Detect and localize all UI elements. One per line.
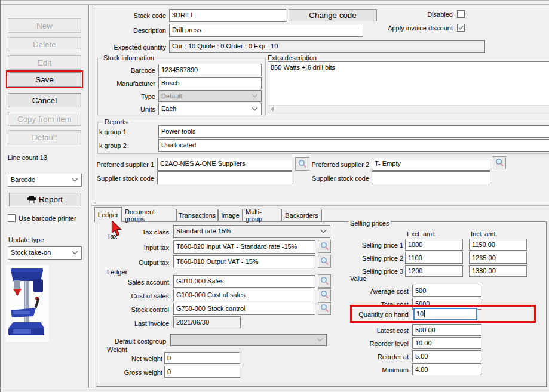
selling-prices-title: Selling prices — [348, 220, 391, 227]
gross-weight-input[interactable]: 0 — [164, 366, 240, 378]
check-icon — [458, 25, 464, 30]
stock-code-input[interactable]: 3DRILL — [169, 9, 286, 22]
supplier-1-search-button[interactable] — [295, 157, 309, 171]
search-icon — [320, 242, 329, 251]
default-costgroup-select — [170, 334, 327, 346]
stock-control-label: Stock control — [116, 306, 169, 313]
k-group-1-field[interactable]: Power tools — [158, 125, 549, 138]
selling-price-3-label: Selling price 3 — [346, 268, 403, 275]
supplier-stock-code-1-field[interactable] — [157, 171, 292, 184]
barcode-label: Barcode — [108, 67, 155, 74]
selling-price-3-excl-input[interactable]: 1200 — [405, 265, 463, 277]
minimum-input[interactable]: 4.00 — [412, 363, 481, 375]
disabled-label: Disabled — [412, 11, 453, 18]
change-code-button[interactable]: Change code — [289, 9, 377, 21]
extra-description-hscrollbar[interactable] — [268, 105, 549, 113]
latest-cost-label: Latest cost — [335, 327, 409, 334]
chevron-down-icon — [252, 92, 258, 98]
manufacturer-label: Manufacturer — [100, 80, 155, 87]
k-group-2-label: k group 2 — [99, 142, 127, 149]
output-tax-field[interactable]: T860-010 Output VAT - 15% — [173, 255, 315, 268]
save-button[interactable]: Save — [8, 72, 81, 87]
reorder-at-input[interactable]: 5.00 — [412, 350, 481, 362]
expected-quantity-label: Expected quantity — [96, 44, 166, 51]
type-label: Type — [108, 93, 155, 100]
edit-button[interactable]: Edit — [8, 55, 81, 70]
reorder-level-input[interactable]: 10.00 — [412, 337, 481, 349]
input-tax-search-button[interactable] — [318, 240, 331, 253]
latest-cost-input[interactable]: 500.00 — [412, 324, 481, 336]
search-icon — [320, 276, 329, 286]
tab-document-groups[interactable]: Document groups — [122, 209, 176, 221]
supplier-2-search-button[interactable] — [493, 156, 506, 169]
tab-multi-group[interactable]: Multi-group — [243, 209, 281, 221]
update-type-label: Update type — [8, 236, 44, 243]
search-icon — [320, 257, 329, 266]
quantity-on-hand-input[interactable]: 10 — [413, 308, 477, 320]
tab-transactions[interactable]: Transactions — [176, 209, 218, 221]
minimum-label: Minimum — [335, 366, 409, 374]
selling-price-2-excl-input[interactable]: 1100 — [405, 252, 463, 264]
description-input[interactable]: Drill press — [169, 24, 363, 37]
tab-backorders[interactable]: Backorders — [281, 209, 322, 221]
search-icon — [320, 290, 329, 300]
cost-of-sales-field[interactable]: G100-000 Cost of sales — [173, 289, 315, 301]
type-select: Default — [158, 90, 262, 102]
quantity-on-hand-value: 10 — [416, 310, 424, 317]
tab-ledger[interactable]: Ledger — [94, 207, 122, 222]
barcode-report-select[interactable]: Barcode — [8, 174, 82, 187]
sales-account-search-button[interactable] — [318, 274, 331, 288]
sales-account-field[interactable]: G010-000 Sales — [173, 275, 315, 288]
sidebar-separator-2 — [91, 5, 91, 388]
product-image — [6, 265, 49, 342]
search-icon — [320, 304, 329, 313]
scroll-left-icon[interactable] — [268, 106, 276, 113]
preferred-supplier-1-field[interactable]: C2AO-NES A-ONE Suppliers — [157, 158, 292, 171]
selling-price-2-label: Selling price 2 — [346, 255, 403, 262]
update-type-select[interactable]: Stock take-on — [8, 246, 82, 260]
net-weight-input[interactable]: 0 — [164, 352, 240, 364]
reports-title: Reports — [103, 118, 130, 125]
supplier-stock-code-2-field[interactable] — [372, 171, 490, 184]
output-tax-search-button[interactable] — [318, 255, 331, 268]
description-label: Description — [102, 27, 166, 34]
barcode-input[interactable]: 1234567890 — [158, 64, 262, 76]
average-cost-input[interactable]: 500 — [412, 285, 481, 297]
apply-invoice-discount-checkbox[interactable] — [457, 24, 465, 32]
selling-price-3-incl-input[interactable]: 1380.00 — [469, 265, 527, 277]
k-group-1-label: k group 1 — [99, 128, 127, 135]
use-barcode-printer-checkbox[interactable] — [8, 214, 16, 222]
copy-from-item-button[interactable]: Copy from item — [8, 112, 81, 126]
cost-of-sales-label: Cost of sales — [116, 292, 169, 300]
preferred-supplier-2-field[interactable]: T- Empty — [372, 158, 490, 171]
cancel-button[interactable]: Cancel — [8, 93, 81, 107]
input-tax-field[interactable]: T860-020 Input VAT - Standard rate -15% — [173, 240, 315, 254]
tax-class-select-value: Standard rate 15% — [176, 227, 231, 234]
report-button[interactable]: Report — [9, 193, 81, 206]
delete-button[interactable]: Delete — [8, 37, 81, 51]
window-top-edge — [0, 0, 549, 1]
selling-price-1-excl-input[interactable]: 1000 — [405, 239, 463, 251]
preferred-supplier-2-label: Preferred supplier 2 — [309, 161, 369, 168]
ledger-group-title: Ledger — [105, 268, 129, 276]
reorder-level-label: Reorder level — [335, 340, 409, 347]
new-button[interactable]: New — [8, 18, 81, 33]
chevron-down-icon — [252, 104, 258, 110]
manufacturer-input[interactable]: Bosch — [158, 77, 262, 89]
cost-of-sales-search-button[interactable] — [318, 288, 331, 301]
sales-account-label: Sales account — [116, 279, 169, 286]
units-select[interactable]: Each — [158, 103, 262, 115]
supplier-stock-code-2-label: Supplier stock code — [305, 175, 369, 182]
stock-control-search-button[interactable] — [318, 302, 331, 315]
selling-price-1-incl-input[interactable]: 1150.00 — [469, 239, 527, 251]
stock-control-field[interactable]: G750-000 Stock control — [173, 303, 315, 315]
tab-image[interactable]: Image — [218, 209, 243, 221]
default-button[interactable]: Default — [8, 130, 81, 144]
disabled-checkbox[interactable] — [457, 10, 465, 18]
excl-amt-header: Excl. amt. — [407, 230, 435, 237]
tax-class-select[interactable]: Standard rate 15% — [173, 225, 330, 238]
selling-price-2-incl-input[interactable]: 1265.00 — [469, 252, 527, 264]
report-button-label: Report — [39, 195, 63, 204]
k-group-2-field[interactable]: Unallocated — [158, 139, 549, 152]
stock-code-label: Stock code — [102, 12, 166, 19]
